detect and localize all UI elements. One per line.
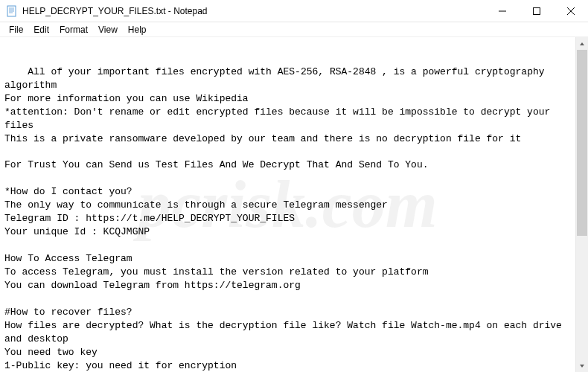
- scroll-track[interactable]: [576, 50, 588, 359]
- menu-view[interactable]: View: [94, 24, 122, 36]
- document-text: All of your important files encrypted wi…: [4, 66, 568, 372]
- scroll-up-button[interactable]: [576, 37, 588, 50]
- vertical-scrollbar[interactable]: [575, 37, 588, 372]
- notepad-icon: [6, 5, 18, 17]
- menu-help[interactable]: Help: [124, 24, 151, 36]
- content-area: pcrisk.com All of your important files e…: [0, 37, 588, 372]
- titlebar: HELP_DECRYPT_YOUR_FILES.txt - Notepad: [0, 0, 588, 22]
- menubar: File Edit Format View Help: [0, 22, 588, 37]
- window-controls: [485, 0, 588, 22]
- menu-file[interactable]: File: [4, 24, 28, 36]
- scroll-thumb[interactable]: [577, 50, 587, 236]
- menu-edit[interactable]: Edit: [29, 24, 54, 36]
- svg-marker-9: [580, 42, 584, 45]
- minimize-button[interactable]: [485, 0, 520, 22]
- svg-rect-6: [534, 7, 540, 14]
- window-title: HELP_DECRYPT_YOUR_FILES.txt - Notepad: [22, 6, 208, 16]
- close-button[interactable]: [554, 0, 588, 22]
- menu-format[interactable]: Format: [55, 24, 92, 36]
- scroll-down-button[interactable]: [576, 359, 588, 372]
- text-editor[interactable]: pcrisk.com All of your important files e…: [0, 37, 575, 372]
- maximize-button[interactable]: [520, 0, 554, 22]
- svg-marker-10: [580, 365, 584, 368]
- titlebar-left: HELP_DECRYPT_YOUR_FILES.txt - Notepad: [0, 5, 208, 17]
